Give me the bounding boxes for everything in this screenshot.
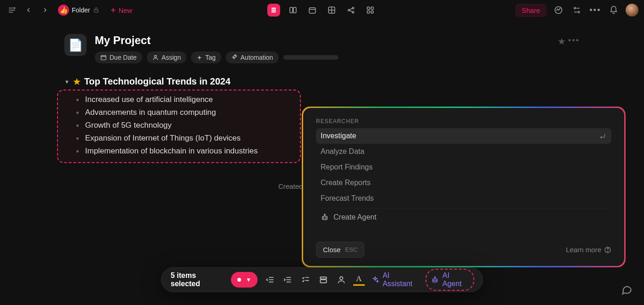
create-agent-button[interactable]: Create Agent [316,208,611,226]
list-item[interactable]: Increased use of artificial intelligence [63,93,295,106]
settings-sliders-icon[interactable] [570,4,583,17]
list-item[interactable]: Implementation of blockchain in various … [63,145,295,158]
ai-assistant-button[interactable]: AI Assistant [371,271,419,288]
selection-highlight: Increased use of artificial intelligence… [57,90,301,163]
svg-rect-12 [371,7,374,9]
popup-section-label: RESEARCHER [316,118,611,124]
svg-rect-26 [320,277,326,279]
svg-rect-27 [320,280,326,283]
assign-button[interactable]: Assign [147,51,186,63]
svg-rect-11 [367,7,369,9]
enter-icon [598,132,607,140]
favorite-star-icon[interactable]: ★ [558,36,566,47]
svg-rect-13 [367,11,369,13]
svg-rect-3 [271,11,276,13]
bullet-icon [76,137,79,140]
new-label: New [119,6,132,14]
view-calendar-icon[interactable] [306,4,319,17]
list-item[interactable]: Advancements in quantum computing [63,106,295,119]
svg-rect-18 [101,56,106,60]
more-icon[interactable]: ••• [589,4,602,17]
svg-rect-2 [271,10,276,11]
popup-item-forecast[interactable]: Forecast Trends [316,191,611,206]
view-doc-icon[interactable] [267,4,280,17]
meta-placeholder [283,55,339,60]
svg-rect-6 [309,8,316,13]
learn-more-link[interactable]: Learn more [566,246,611,254]
breadcrumb-folder[interactable]: 👍 Folder [55,3,102,17]
notifications-icon[interactable] [607,4,620,17]
ai-agent-button[interactable]: AI Agent [426,269,474,291]
activity-icon[interactable] [552,4,565,17]
caret-down-icon[interactable]: ▼ [64,79,69,85]
share-button[interactable]: Share [515,4,546,17]
selection-count: 5 items selected [171,271,224,288]
view-switcher [267,4,377,17]
collapse-sidebar-icon[interactable] [6,4,18,17]
archive-icon[interactable] [317,274,329,286]
page-more-icon[interactable]: ••• [568,36,580,45]
star-icon: ★ [73,77,80,87]
forward-icon[interactable] [39,4,52,17]
due-date-button[interactable]: Due Date [95,51,142,63]
section-heading[interactable]: ▼ ★ Top Technological Trends in 2024 [64,76,580,87]
popup-item-create-reports[interactable]: Create Reports [316,175,611,191]
svg-rect-4 [290,7,293,13]
svg-rect-0 [94,10,98,12]
bullet-icon [76,150,79,152]
close-button[interactable]: Close ESC [316,242,364,258]
outdent-icon[interactable] [264,274,276,286]
top-bar: 👍 Folder New Share [0,0,644,20]
checklist-icon[interactable] [300,274,311,286]
robot-icon [321,213,329,221]
bullet-icon [76,112,79,114]
assign-icon[interactable] [335,274,347,286]
svg-point-19 [155,55,157,57]
list-item[interactable]: Growth of 5G technology [63,119,295,132]
thumbs-up-icon: 👍 [58,5,69,16]
new-button[interactable]: New [106,5,136,16]
svg-point-32 [434,277,435,277]
chevron-down-icon: ▼ [246,277,251,283]
page-title[interactable]: My Project [95,34,339,47]
svg-point-17 [578,11,580,13]
popup-item-report[interactable]: Report Findings [316,159,611,175]
esc-hint: ESC [345,246,357,253]
svg-rect-1 [271,8,276,9]
text-style-button[interactable]: A [353,274,365,286]
svg-point-22 [326,218,327,219]
status-dropdown[interactable]: ▼ [231,272,258,288]
tag-button[interactable]: Tag [191,51,221,63]
svg-point-28 [339,277,343,280]
ai-agent-popup: RESEARCHER Investigate Analyze Data Repo… [302,107,626,267]
indent-icon[interactable] [282,274,293,286]
lock-icon [93,7,99,13]
svg-point-31 [436,280,436,281]
svg-point-23 [324,214,325,215]
view-split-icon[interactable] [287,4,299,17]
selection-toolbar: 5 items selected ▼ A AI Assistant AI Age… [161,267,483,292]
bullet-icon [76,99,79,101]
svg-point-21 [323,218,324,219]
svg-point-25 [607,251,608,251]
view-table-icon[interactable] [325,4,338,17]
status-dot-icon [237,278,241,282]
avatar[interactable] [626,4,638,17]
folder-label: Folder [72,6,90,14]
svg-point-16 [574,7,575,9]
page-icon[interactable]: 📄 [64,34,86,56]
svg-point-30 [433,280,434,281]
view-share-icon[interactable] [345,4,357,17]
bullet-icon [76,124,79,127]
popup-item-investigate[interactable]: Investigate [316,128,611,144]
back-icon[interactable] [22,4,35,17]
popup-item-analyze[interactable]: Analyze Data [316,144,611,159]
list-item[interactable]: Expansion of Internet of Things (IoT) de… [63,132,295,145]
svg-rect-5 [293,7,296,13]
automation-button[interactable]: Automation [226,51,279,63]
view-apps-icon[interactable] [364,4,377,17]
svg-point-14 [371,11,374,13]
chat-icon[interactable] [619,282,634,297]
